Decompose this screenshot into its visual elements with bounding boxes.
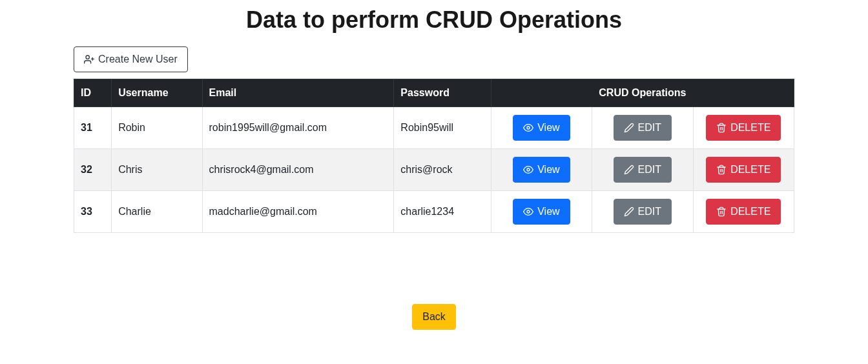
svg-point-4 <box>527 168 530 171</box>
edit-button[interactable]: EDIT <box>614 115 672 141</box>
view-button-label: View <box>537 204 559 219</box>
cell-password: Robin95will <box>394 107 491 149</box>
delete-button[interactable]: DELETE <box>706 115 781 141</box>
eye-icon <box>523 165 533 175</box>
delete-button-label: DELETE <box>730 120 770 136</box>
cell-email: chrisrock4@gmail.com <box>202 149 394 191</box>
cell-password: charlie1234 <box>394 191 491 233</box>
edit-button-label: EDIT <box>638 120 661 136</box>
cell-id: 32 <box>74 149 112 191</box>
svg-point-0 <box>86 56 89 59</box>
cell-password: chris@rock <box>394 149 491 191</box>
pencil-icon <box>624 123 634 133</box>
cell-username: Chris <box>112 149 202 191</box>
cell-username: Robin <box>112 107 202 149</box>
view-button-label: View <box>537 120 559 136</box>
col-header-id: ID <box>74 79 112 107</box>
cell-email: robin1995will@gmail.com <box>202 107 394 149</box>
eye-icon <box>523 123 533 133</box>
view-button[interactable]: View <box>513 115 570 141</box>
pencil-icon <box>624 207 634 217</box>
table-row: 31Robinrobin1995will@gmail.comRobin95wil… <box>74 107 794 149</box>
view-button-label: View <box>537 162 559 177</box>
col-header-operations: CRUD Operations <box>491 79 794 107</box>
view-button[interactable]: View <box>513 199 570 225</box>
eye-icon <box>523 207 533 217</box>
back-button[interactable]: Back <box>412 304 456 330</box>
create-new-user-label: Create New User <box>98 52 178 67</box>
delete-button-label: DELETE <box>730 162 770 177</box>
back-button-label: Back <box>422 309 446 325</box>
cell-username: Charlie <box>112 191 202 233</box>
cell-id: 31 <box>74 107 112 149</box>
table-row: 33Charliemadcharlie@gmail.comcharlie1234… <box>74 191 794 233</box>
create-new-user-button[interactable]: Create New User <box>74 46 188 72</box>
edit-button-label: EDIT <box>638 204 661 219</box>
page-title: Data to perform CRUD Operations <box>74 6 794 34</box>
delete-button-label: DELETE <box>730 204 770 219</box>
svg-point-3 <box>527 126 530 129</box>
trash-icon <box>716 165 727 175</box>
trash-icon <box>716 207 727 217</box>
delete-button[interactable]: DELETE <box>706 157 781 183</box>
table-row: 32Chrischrisrock4@gmail.comchris@rockVie… <box>74 149 794 191</box>
view-button[interactable]: View <box>513 157 570 183</box>
edit-button[interactable]: EDIT <box>614 199 672 225</box>
delete-button[interactable]: DELETE <box>706 199 781 225</box>
user-plus-icon <box>84 54 94 65</box>
col-header-username: Username <box>112 79 202 107</box>
trash-icon <box>716 123 727 133</box>
col-header-password: Password <box>394 79 491 107</box>
pencil-icon <box>624 165 634 175</box>
svg-point-5 <box>527 210 530 213</box>
edit-button-label: EDIT <box>638 162 661 177</box>
edit-button[interactable]: EDIT <box>614 157 672 183</box>
cell-id: 33 <box>74 191 112 233</box>
users-table: ID Username Email Password CRUD Operatio… <box>74 79 794 233</box>
cell-email: madcharlie@gmail.com <box>202 191 394 233</box>
col-header-email: Email <box>202 79 394 107</box>
